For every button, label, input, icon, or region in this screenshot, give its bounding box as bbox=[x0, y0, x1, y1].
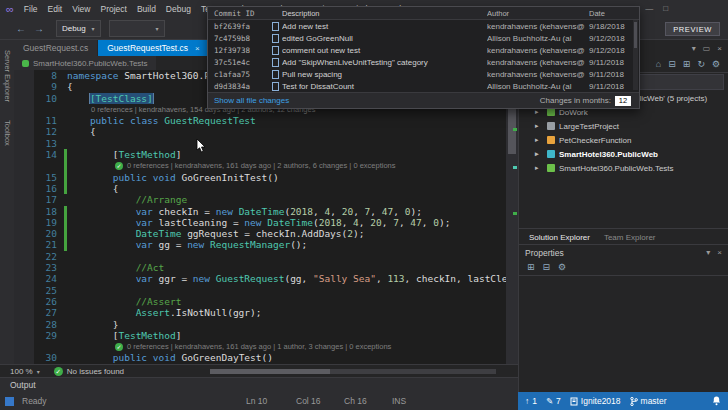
sidebar-tab-toolbox[interactable]: Toolbox bbox=[3, 120, 12, 146]
tree-item-petcheckerfunction[interactable]: ▸PetCheckerFunction bbox=[519, 133, 728, 147]
code-line[interactable]: 26 //Assert bbox=[14, 296, 506, 307]
menu-item-file[interactable]: File bbox=[19, 0, 43, 18]
commit-row[interactable]: bf2639faAdd new testkendrahavens (kehave… bbox=[208, 20, 639, 32]
incoming-commits[interactable]: ↑ 1 bbox=[525, 396, 537, 406]
platform-dropdown[interactable]: ▾ bbox=[109, 20, 165, 37]
issues-indicator[interactable]: ✓ No issues found bbox=[54, 367, 124, 376]
months-input[interactable] bbox=[615, 96, 631, 106]
commit-row[interactable]: c1afaa75Pull new spacingkendrahavens (ke… bbox=[208, 68, 639, 80]
code-line[interactable]: 16 { bbox=[14, 183, 506, 194]
pencil-icon: ✎ bbox=[546, 396, 553, 406]
tree-item-largetestproject[interactable]: ▸LargeTestProject bbox=[519, 119, 728, 133]
commit-row[interactable]: 12f39738comment out new testkendrahavens… bbox=[208, 44, 639, 56]
codelens-row[interactable]: ✓0 references | kendrahavens, 161 days a… bbox=[14, 341, 506, 352]
alphabetical-icon[interactable]: ⊟ bbox=[543, 262, 551, 272]
minimize-icon[interactable]: — bbox=[645, 0, 653, 18]
menu-item-debug[interactable]: Debug bbox=[161, 0, 196, 18]
property-pages-icon[interactable]: ⚙ bbox=[558, 262, 566, 272]
code-line[interactable]: 25 bbox=[14, 285, 506, 296]
arrow-up-icon: ↑ bbox=[525, 396, 529, 406]
back-icon[interactable]: ← bbox=[16, 23, 26, 34]
code-line[interactable]: 27 Assert.IsNotNull(ggr); bbox=[14, 307, 506, 318]
collapse-all-icon[interactable]: ⊟ bbox=[668, 59, 676, 69]
chevron-right-icon[interactable]: ▸ bbox=[535, 122, 543, 130]
code-line[interactable]: 15 public void GoGreenInitTest() bbox=[14, 172, 506, 183]
close-icon[interactable]: × bbox=[717, 248, 722, 257]
home-icon[interactable]: ⌂ bbox=[656, 59, 661, 69]
branch-indicator[interactable]: master bbox=[630, 396, 667, 406]
tab-guestrequest[interactable]: GuestRequest.cs bbox=[14, 40, 97, 56]
tab-solution-explorer[interactable]: Solution Explorer bbox=[529, 233, 590, 242]
tab-team-explorer[interactable]: Team Explorer bbox=[604, 233, 656, 242]
code-line[interactable]: 14 [TestMethod] bbox=[14, 149, 506, 160]
forward-icon[interactable]: → bbox=[34, 23, 44, 34]
chevron-down-icon: ▾ bbox=[92, 25, 95, 32]
notifications-bell[interactable] bbox=[712, 396, 721, 406]
status-character: Ch 16 bbox=[344, 392, 367, 410]
show-all-files-icon[interactable]: ⊞ bbox=[683, 59, 691, 69]
editor-vertical-scrollbar[interactable] bbox=[506, 70, 518, 364]
sidebar-tab-server-explorer[interactable]: Server Explorer bbox=[3, 50, 12, 102]
left-tool-strip: Server Explorer Toolbox bbox=[0, 40, 14, 364]
commit-row[interactable]: d9d3834aTest for DissatCountAllison Buch… bbox=[208, 80, 639, 92]
status-bar: Ready Ln 10 Col 16 Ch 16 INS ↑ 1 ✎ 7 Ign… bbox=[0, 392, 728, 410]
preview-button[interactable]: PREVIEW bbox=[665, 22, 720, 36]
menu-item-project[interactable]: Project bbox=[95, 0, 131, 18]
scrollbar-thumb[interactable] bbox=[210, 369, 330, 374]
pin-icon[interactable]: ▭ bbox=[703, 44, 711, 53]
repo-indicator[interactable]: Ignite2018 bbox=[570, 396, 621, 406]
menu-item-build[interactable]: Build bbox=[132, 0, 161, 18]
code-line[interactable]: 11 public class GuestRequestTest bbox=[14, 115, 506, 126]
tree-item-smarthotel360-publicweb-tests[interactable]: ▸SmartHotel360.PublicWeb.Tests bbox=[519, 161, 728, 175]
tab-smarthotel-tests[interactable]: SmartHotel360.PublicWeb.Tests bbox=[14, 56, 156, 70]
code-editor[interactable]: 8namespace SmartHotel360.PublicWeb.Tests… bbox=[14, 70, 506, 364]
vs-window: ∞ FileEditViewProjectBuildDebugTestAnaly… bbox=[0, 0, 728, 410]
chevron-down-icon[interactable]: ▾ bbox=[706, 248, 710, 257]
zoom-control[interactable]: 100 % ▾ bbox=[10, 367, 40, 376]
configuration-dropdown[interactable]: Debug▾ bbox=[56, 20, 101, 37]
codelens-row[interactable]: ✓0 references | kendrahavens, 161 days a… bbox=[14, 160, 506, 171]
scrollbar-thumb[interactable] bbox=[634, 22, 637, 48]
chevron-down-icon[interactable]: ▾ bbox=[692, 44, 696, 53]
close-icon[interactable]: × bbox=[195, 44, 200, 53]
pending-changes[interactable]: ✎ 7 bbox=[546, 396, 561, 406]
output-panel-header[interactable]: Output bbox=[0, 377, 518, 392]
chevron-right-icon[interactable]: ▸ bbox=[535, 108, 543, 116]
bell-icon bbox=[712, 396, 721, 406]
code-line[interactable]: 22 bbox=[14, 251, 506, 262]
show-all-changes-link[interactable]: Show all file changes bbox=[214, 96, 289, 105]
test-passed-icon: ✓ bbox=[115, 162, 123, 170]
chevron-right-icon[interactable]: ▸ bbox=[535, 164, 543, 172]
chevron-right-icon[interactable]: ▸ bbox=[535, 150, 543, 158]
commit-row[interactable]: 7c4759b8edited GoGreenNullAllison Buchho… bbox=[208, 32, 639, 44]
close-icon[interactable]: × bbox=[717, 44, 722, 53]
code-line[interactable]: 17 //Arrange bbox=[14, 194, 506, 205]
popup-scrollbar[interactable] bbox=[633, 20, 638, 90]
project-icon bbox=[547, 136, 555, 144]
commit-history-popup: Commit ID Description Author Date bf2639… bbox=[207, 6, 640, 109]
code-line[interactable]: 29 [TestMethod] bbox=[14, 330, 506, 341]
code-line[interactable]: 30 public void GoGreenDayTest() bbox=[14, 352, 506, 363]
code-line[interactable]: 24 var ggr = new GuestRequest(gg, "Sally… bbox=[14, 273, 506, 284]
code-line[interactable]: 21 var gg = new RequestManager(); bbox=[14, 239, 506, 250]
project-icon bbox=[547, 164, 555, 172]
code-line[interactable]: 13 bbox=[14, 138, 506, 149]
menu-item-edit[interactable]: Edit bbox=[43, 0, 68, 18]
menu-item-view[interactable]: View bbox=[67, 0, 95, 18]
restore-icon[interactable]: □ bbox=[663, 0, 668, 18]
chevron-right-icon[interactable]: ▸ bbox=[535, 136, 543, 144]
editor-horizontal-scrollbar[interactable] bbox=[210, 369, 496, 374]
code-line[interactable]: 12 { bbox=[14, 126, 506, 137]
code-line[interactable]: 20 DateTime ggRequest = checkIn.AddDays(… bbox=[14, 228, 506, 239]
code-line[interactable]: 19 var lastCleaning = new DateTime(2018,… bbox=[14, 217, 506, 228]
refresh-icon[interactable]: ↻ bbox=[697, 59, 705, 69]
commit-row[interactable]: 37c51e4cAdd "SkipWhenLiveUnitTesting" ca… bbox=[208, 56, 639, 68]
properties-icon[interactable]: ⚙ bbox=[712, 59, 720, 69]
tree-item-smarthotel360-publicweb[interactable]: ▸SmartHotel360.PublicWeb bbox=[519, 147, 728, 161]
tab-guestrequesttest[interactable]: GuestRequestTest.cs × bbox=[98, 40, 208, 56]
file-icon bbox=[272, 58, 279, 67]
code-line[interactable]: 18 var checkIn = new DateTime(2018, 4, 2… bbox=[14, 206, 506, 217]
categorized-icon[interactable]: ⊞ bbox=[527, 262, 535, 272]
code-line[interactable]: 28 } bbox=[14, 319, 506, 330]
code-line[interactable]: 23 //Act bbox=[14, 262, 506, 273]
